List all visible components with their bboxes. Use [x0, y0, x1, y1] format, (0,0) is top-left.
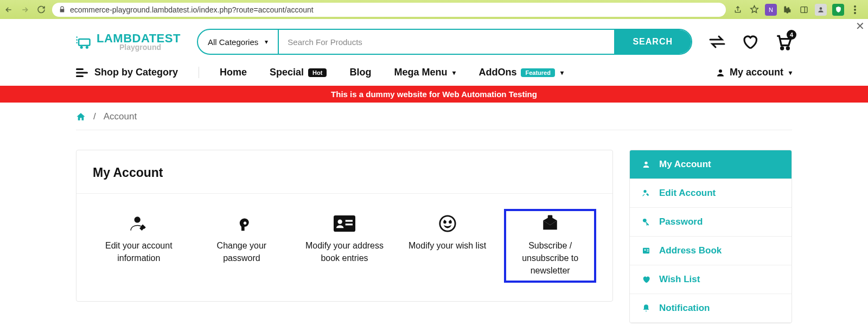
- user-edit-icon: [641, 189, 652, 198]
- svg-point-4: [854, 12, 856, 14]
- notice-banner: This is a dummy website for Web Automati…: [0, 86, 868, 103]
- svg-point-12: [787, 47, 789, 49]
- star-icon[interactable]: [749, 4, 760, 15]
- extensions-icon[interactable]: [782, 4, 793, 15]
- sidebar-item-notification[interactable]: Notification: [630, 294, 792, 323]
- svg-point-24: [449, 221, 451, 223]
- svg-point-10: [76, 42, 78, 43]
- chevron-down-icon: ▾: [265, 38, 268, 46]
- my-account-nav[interactable]: My account ▾: [716, 67, 792, 78]
- site-header: LAMBDATEST Playground All Categories ▾ S…: [0, 19, 868, 62]
- url-bar[interactable]: ecommerce-playground.lambdatest.io/index…: [52, 3, 726, 17]
- svg-point-11: [781, 47, 783, 49]
- forward-button[interactable]: [21, 5, 29, 14]
- key-icon: [641, 218, 652, 226]
- svg-point-3: [854, 9, 856, 11]
- user-icon: [641, 160, 652, 169]
- svg-rect-20: [346, 220, 353, 221]
- sidebar-item-address-book[interactable]: Address Book: [630, 237, 792, 265]
- share-icon[interactable]: [732, 4, 743, 15]
- svg-rect-31: [647, 249, 648, 250]
- sidebar-item-label: Wish List: [659, 274, 700, 285]
- url-text: ecommerce-playground.lambdatest.io/index…: [70, 5, 719, 14]
- svg-point-1: [820, 7, 822, 10]
- shield-icon[interactable]: [832, 4, 844, 16]
- svg-point-8: [76, 36, 78, 38]
- site-logo[interactable]: LAMBDATEST Playground: [76, 33, 181, 51]
- pill-badge: Hot: [308, 68, 327, 77]
- shop-by-category[interactable]: Shop by Category: [76, 67, 199, 78]
- tile-4[interactable]: Subscribe / unsubscribe to newsletter: [504, 209, 596, 283]
- cart-badge: 4: [787, 30, 796, 40]
- chevron-down-icon: ▾: [452, 69, 456, 77]
- svg-point-26: [644, 162, 647, 164]
- account-sidebar: My AccountEdit AccountPasswordAddress Bo…: [629, 150, 792, 323]
- nav-item-special[interactable]: SpecialHot: [270, 67, 327, 78]
- wishlist-icon[interactable]: [741, 34, 758, 50]
- home-icon: [76, 112, 86, 122]
- main-nav: Shop by Category HomeSpecialHotBlogMega …: [0, 62, 868, 86]
- menu-icon[interactable]: [850, 4, 860, 15]
- svg-rect-15: [76, 75, 84, 77]
- breadcrumb-home[interactable]: [76, 112, 86, 122]
- tile-3[interactable]: Modify your wish list: [401, 209, 494, 283]
- tile-label: Edit your account information: [98, 239, 180, 264]
- sidebar-item-edit-account[interactable]: Edit Account: [630, 179, 792, 208]
- browser-chrome: ecommerce-playground.lambdatest.io/index…: [0, 0, 868, 19]
- sidebar-item-wish-list[interactable]: Wish List: [630, 265, 792, 294]
- sidebar-item-my-account[interactable]: My Account: [630, 150, 792, 179]
- panel-icon[interactable]: [799, 4, 809, 15]
- tile-label: Change your password: [201, 239, 282, 264]
- card-title: My Account: [93, 166, 596, 180]
- nav-item-addons[interactable]: AddOnsFeatured▾: [478, 67, 563, 78]
- breadcrumb: / Account: [76, 111, 792, 130]
- pill-badge: Featured: [521, 68, 554, 77]
- svg-point-22: [439, 216, 455, 231]
- cart-icon[interactable]: 4: [774, 33, 792, 50]
- search-input[interactable]: [279, 37, 614, 47]
- tile-label: Subscribe / unsubscribe to newsletter: [509, 239, 591, 277]
- bell-icon: [641, 304, 652, 313]
- sidebar-item-password[interactable]: Password: [630, 208, 792, 237]
- svg-point-2: [854, 5, 856, 8]
- back-button[interactable]: [4, 5, 13, 14]
- search-button[interactable]: SEARCH: [614, 30, 691, 54]
- tile-1[interactable]: Change your password: [195, 209, 288, 283]
- svg-point-9: [76, 39, 78, 41]
- svg-rect-0: [801, 7, 807, 12]
- nav-item-home[interactable]: Home: [220, 67, 247, 78]
- logo-icon: [76, 33, 94, 51]
- nav-item-blog[interactable]: Blog: [349, 67, 371, 78]
- compare-icon[interactable]: [709, 34, 726, 49]
- tile-2[interactable]: Modify your address book entries: [298, 209, 391, 283]
- close-icon[interactable]: ✕: [856, 20, 865, 33]
- category-select[interactable]: All Categories ▾: [198, 30, 279, 54]
- tile-icon: [233, 214, 250, 233]
- svg-point-6: [80, 46, 83, 49]
- svg-point-16: [719, 69, 722, 73]
- svg-point-19: [337, 220, 342, 224]
- hamburger-icon: [76, 68, 88, 77]
- chevron-down-icon: ▾: [789, 69, 792, 77]
- tile-icon: [438, 214, 457, 233]
- svg-rect-21: [346, 224, 353, 225]
- svg-rect-5: [79, 39, 90, 46]
- svg-rect-13: [76, 68, 84, 70]
- reload-button[interactable]: [37, 5, 46, 14]
- tile-icon: [334, 214, 355, 233]
- svg-rect-32: [647, 251, 648, 251]
- extension-1-icon[interactable]: N: [765, 4, 777, 16]
- logo-text-2: Playground: [119, 43, 181, 51]
- sidebar-item-label: Password: [659, 217, 703, 227]
- profile-icon[interactable]: [815, 4, 827, 16]
- tile-icon: [129, 214, 149, 233]
- address-icon: [641, 246, 652, 255]
- user-icon: [716, 68, 725, 78]
- tile-icon: [540, 214, 560, 233]
- tile-0[interactable]: Edit your account information: [93, 209, 185, 283]
- nav-item-mega-menu[interactable]: Mega Menu▾: [394, 67, 456, 78]
- svg-rect-25: [548, 215, 553, 219]
- lock-icon: [59, 6, 66, 13]
- svg-point-30: [644, 249, 646, 251]
- sidebar-item-label: Notification: [659, 303, 710, 314]
